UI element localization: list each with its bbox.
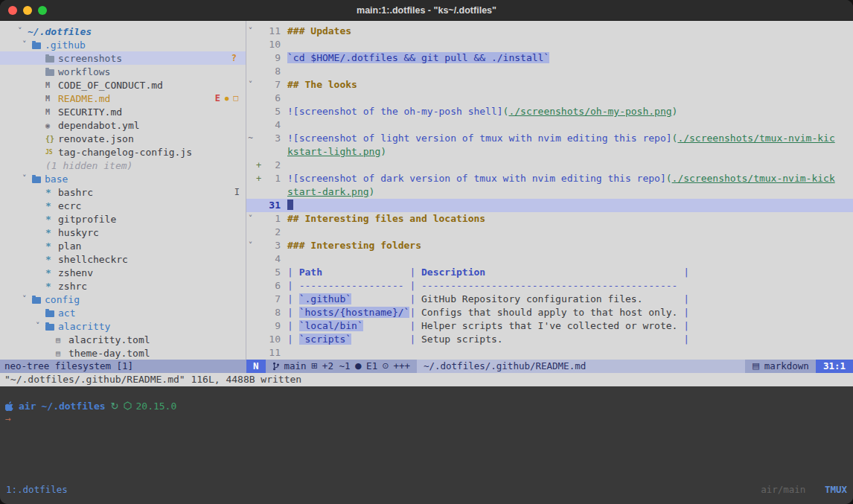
editor-line-1[interactable]: ˅1## Interesting files and locations: [246, 212, 853, 226]
tree-item-theme-day-toml[interactable]: ▤theme-day.toml: [0, 346, 246, 360]
git-refresh-icon: ↻: [111, 401, 119, 412]
editor-line-8[interactable]: 8| `hosts/{hostname}/`| Configs that sho…: [246, 306, 853, 319]
tree-item-shellcheckrc[interactable]: *shellcheckrc: [0, 252, 246, 266]
tree-item-workflows[interactable]: workflows: [0, 65, 246, 78]
tree-item-zshenv[interactable]: *zshenv: [0, 266, 246, 279]
node-version-segment: 20.15.0: [124, 401, 176, 412]
editor-line-9[interactable]: 9| `local/bin` | Helper scripts that I'v…: [246, 319, 853, 333]
fold-marker: [246, 38, 255, 51]
statusline-git-section: main ⊞ +2 ~1 ● E1 ⊙ +++: [266, 360, 417, 373]
line-number: 11: [263, 346, 281, 360]
tree-item-security-md[interactable]: MSECURITY.md: [0, 105, 246, 118]
tree-item-config[interactable]: ˅config: [0, 293, 246, 306]
editor-line-5[interactable]: 5![screenshot of the oh-my-posh shell](.…: [246, 105, 853, 118]
prompt-host: air: [19, 401, 36, 412]
icon-cell: [45, 68, 58, 76]
tree-item-gitprofile[interactable]: *gitprofile: [0, 212, 246, 226]
editor-line-2[interactable]: 2: [246, 226, 853, 239]
editor-line-3[interactable]: ˅3### Interesting folders: [246, 239, 853, 252]
tree-item-label: gitprofile: [58, 214, 116, 225]
tree-item-code-of-conduct-md[interactable]: MCODE_OF_CONDUCT.md: [0, 78, 246, 92]
shell-area[interactable]: air~/.dotfiles ↻ 20.15.0 → 1:.dotfiles a…: [0, 386, 853, 504]
fold-marker: [246, 159, 255, 172]
editor-line-10[interactable]: 10: [246, 38, 853, 51]
tree-item-label: act: [58, 307, 75, 319]
tree-item-github[interactable]: ˅.github: [0, 38, 246, 51]
tree-item-label: shellcheckrc: [58, 254, 128, 265]
tree-item-label: dependabot.yml: [58, 120, 140, 131]
editor-line-2[interactable]: +2: [246, 159, 853, 172]
tree-item-dependabot-yml[interactable]: ◉dependabot.yml: [0, 118, 246, 132]
icon-cell: [32, 296, 45, 304]
chevron-down-icon: ˅: [18, 25, 28, 38]
editor-panel[interactable]: ˅11### Updates109`cd $HOME/.dotfiles && …: [246, 21, 853, 360]
editor-line-4[interactable]: 4: [246, 252, 853, 266]
tree-item-label: config: [45, 294, 80, 305]
tree-item-zshrc[interactable]: *zshrc: [0, 279, 246, 293]
tree-item-huskyrc[interactable]: *huskyrc: [0, 226, 246, 239]
markdown-icon: ▤: [752, 360, 759, 373]
icon-cell: [45, 322, 58, 331]
editor-line-1[interactable]: +1![screenshot of dark version of tmux w…: [246, 172, 853, 185]
folder-icon: [45, 310, 54, 317]
modified-badge: ●: [225, 92, 229, 105]
editor-line-31[interactable]: 31: [246, 199, 853, 212]
tree-item-plan[interactable]: *plan: [0, 239, 246, 252]
tree-item-renovate-json[interactable]: {}renovate.json: [0, 132, 246, 145]
line-number: 3: [263, 132, 281, 145]
tree-item-label: alacritty.toml: [68, 334, 150, 345]
editor-line-10[interactable]: 10| `scripts` | Setup scripts. |: [246, 333, 853, 346]
editor-line-11[interactable]: 11: [246, 346, 853, 360]
fold-marker: [246, 65, 255, 78]
close-button[interactable]: [8, 6, 17, 15]
editor-line-7[interactable]: 7| `.github` | GitHub Repository configu…: [246, 293, 853, 306]
neotree-panel[interactable]: ˅~/.dotfiles˅.githubscreenshots?workflow…: [0, 21, 246, 360]
mixed-indent-icon: ⊙: [382, 360, 389, 373]
fold-marker: [246, 293, 255, 306]
tmux-window-name[interactable]: 1:.dotfiles: [6, 483, 68, 497]
editor-line-5[interactable]: 5| Path | Description |: [246, 266, 853, 279]
editor-line-6[interactable]: 6: [246, 92, 853, 105]
editor-line-9[interactable]: 9`cd $HOME/.dotfiles && git pull && ./in…: [246, 51, 853, 65]
markdown-file-icon: M: [45, 81, 58, 89]
tree-item-alacritty[interactable]: ˅alacritty: [0, 319, 246, 333]
editor-line-4[interactable]: 4: [246, 118, 853, 132]
line-number: 10: [263, 333, 281, 346]
git-sign: [255, 78, 263, 92]
editor-line-wrap[interactable]: start-dark.png): [246, 185, 853, 199]
tree-item-alacritty-toml[interactable]: ▤alacritty.toml: [0, 333, 246, 346]
editor-line-8[interactable]: 8: [246, 65, 853, 78]
line-text: ## Interesting files and locations: [287, 212, 485, 226]
tree-item-base[interactable]: ˅base: [0, 172, 246, 185]
editor-line-7[interactable]: ˅7## The looks: [246, 78, 853, 92]
editor-line-3[interactable]: ~3![screenshot of light version of tmux …: [246, 132, 853, 145]
editor-line-6[interactable]: 6| ------------------ | ----------------…: [246, 279, 853, 293]
statusline-filepath: ~/.dotfiles/.github/README.md: [417, 360, 745, 373]
git-sign: [255, 239, 263, 252]
tree-item-label: bashrc: [58, 187, 93, 198]
tree-item-1-hidden-item[interactable]: (1 hidden item): [0, 159, 246, 172]
cursor-i-mark: I: [234, 185, 240, 199]
minimize-button[interactable]: [23, 6, 32, 15]
tree-item-label: renovate.json: [58, 133, 134, 144]
zoom-button[interactable]: [38, 6, 47, 15]
git-sign: [255, 51, 263, 65]
git-sign: [255, 279, 263, 293]
tmux-statusbar: 1:.dotfiles air/main TMUX: [0, 483, 853, 497]
line-text: | Path | Description |: [287, 266, 689, 279]
tree-item-dotfiles[interactable]: ˅~/.dotfiles: [0, 25, 246, 38]
tree-item-readme-md[interactable]: MREADME.mdE●□: [0, 92, 246, 105]
editor-line-wrap[interactable]: kstart-light.png): [246, 145, 853, 159]
git-sign: [255, 226, 263, 239]
tree-item-act[interactable]: act: [0, 306, 246, 319]
unstaged-badge: □: [233, 92, 238, 105]
tree-item-ecrc[interactable]: *ecrc: [0, 199, 246, 212]
tree-item-label: tag-changelog-config.js: [58, 147, 192, 158]
tree-item-screenshots[interactable]: screenshots?: [0, 51, 246, 65]
editor-line-11[interactable]: ˅11### Updates: [246, 25, 853, 38]
cmdline-message: "~/.dotfiles/.github/README.md" 116L, 44…: [0, 373, 853, 386]
line-text: ## The looks: [287, 78, 357, 92]
titlebar: main:1:.dotfiles - "ks~/.dotfiles": [0, 0, 853, 21]
tree-item-bashrc[interactable]: *bashrcI: [0, 185, 246, 199]
tree-item-tag-changelog-config-js[interactable]: JStag-changelog-config.js: [0, 145, 246, 159]
